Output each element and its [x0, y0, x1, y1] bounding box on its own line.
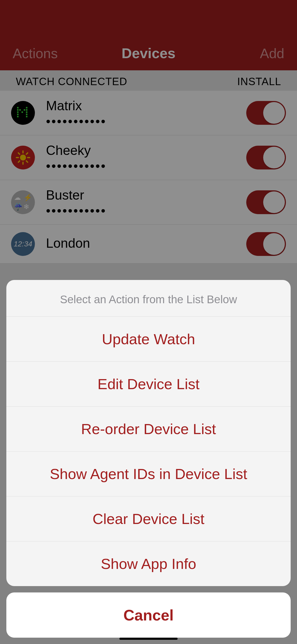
modal-overlay[interactable]: Select an Action from the List Below Upd… — [0, 0, 297, 644]
home-indicator[interactable] — [119, 638, 178, 640]
cancel-button[interactable]: Cancel — [6, 592, 291, 638]
action-sheet-title: Select an Action from the List Below — [6, 280, 291, 317]
action-edit-device-list[interactable]: Edit Device List — [6, 362, 291, 407]
action-show-agent-ids[interactable]: Show Agent IDs in Device List — [6, 452, 291, 496]
action-update-watch[interactable]: Update Watch — [6, 317, 291, 362]
action-show-app-info[interactable]: Show App Info — [6, 541, 291, 586]
action-sheet: Select an Action from the List Below Upd… — [6, 280, 291, 586]
action-reorder-device-list[interactable]: Re-order Device List — [6, 407, 291, 452]
action-clear-device-list[interactable]: Clear Device List — [6, 496, 291, 541]
